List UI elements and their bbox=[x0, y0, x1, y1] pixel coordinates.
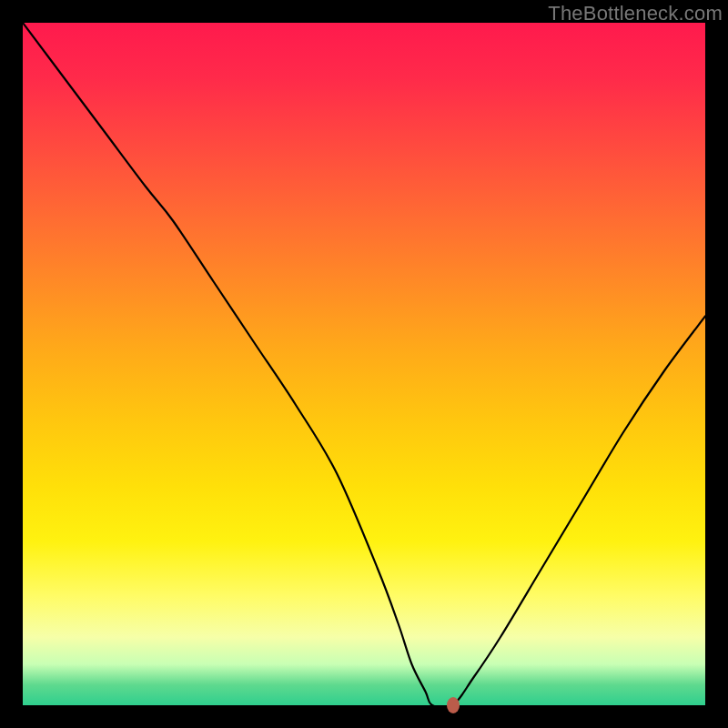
bottleneck-curve bbox=[23, 23, 705, 705]
plot-area bbox=[23, 23, 705, 705]
chart-frame: TheBottleneck.com bbox=[0, 0, 728, 728]
marker-dot bbox=[447, 697, 460, 713]
curve-svg bbox=[23, 23, 705, 705]
